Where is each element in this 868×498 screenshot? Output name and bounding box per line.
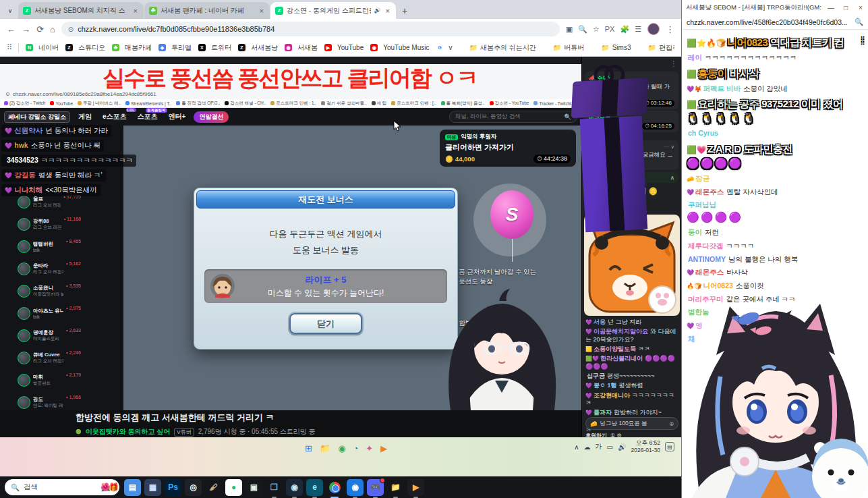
chatter-name[interactable]: 레이 — [688, 53, 702, 61]
tab-search-chevron-icon[interactable]: ∨ — [3, 3, 18, 19]
pinned-more-icon[interactable]: ··· — [664, 144, 669, 150]
chatter-name[interactable]: ANTINOMY — [688, 255, 726, 263]
browser-tab[interactable]: ☘ 서새봄 팬카페 : 네이버 카페 × — [144, 2, 270, 19]
taskbar-app-icon[interactable]: e — [306, 479, 323, 496]
toolbar-icon[interactable]: ▣ — [566, 25, 573, 34]
taskbar-app-icon[interactable]: ◉ — [347, 479, 364, 496]
forward-icon[interactable]: → — [22, 24, 30, 34]
message-menu-icon[interactable]: ⋮ — [859, 35, 867, 45]
chatter-name[interactable]: 롤과자 — [594, 409, 612, 416]
apps-grid-icon[interactable]: ⠿ — [7, 43, 11, 52]
chat-menu-icon[interactable]: ⋮ — [670, 60, 677, 67]
toolbar-icon[interactable]: PX — [605, 25, 615, 33]
tray-icon[interactable]: ▭ — [607, 443, 613, 451]
tab-close-icon[interactable]: × — [132, 7, 139, 15]
close-icon[interactable]: × — [855, 4, 867, 11]
maximize-icon[interactable]: □ — [840, 4, 852, 11]
taskbar-mini-icon[interactable]: ▶ — [380, 443, 387, 453]
chatter-name[interactable]: 서웅 — [594, 319, 606, 325]
taskbar-search[interactable]: 🔍 검색 🌺🎁 — [5, 479, 119, 495]
bookmark-item[interactable]: 📁 버튜버 — [543, 43, 584, 53]
bookmark-item[interactable]: G v — [436, 44, 452, 51]
taskbar-app-icon[interactable]: Ps — [165, 479, 181, 496]
chatter-name[interactable]: 한라산불리네어 — [600, 355, 643, 362]
taskbar-app-icon[interactable]: 📁 — [387, 479, 404, 496]
chatter-name[interactable]: 흥둥이 — [697, 67, 727, 79]
taskbar-app-icon[interactable]: 🎮 — [367, 479, 384, 496]
taskbar-app-icon[interactable]: ● — [225, 479, 242, 496]
chatter-name[interactable]: ch Cyrus — [688, 129, 718, 137]
taskbar-app-icon[interactable]: ◉ — [286, 479, 303, 496]
minimize-icon[interactable]: — — [825, 4, 837, 11]
chatter-name[interactable]: 이곰문해치지말아요 — [594, 328, 648, 335]
taskbar-app-icon[interactable]: ▤ — [124, 479, 141, 496]
bookmark-item[interactable]: Z 스튜디오 — [65, 43, 105, 53]
bookmark-item[interactable]: N 네이버 — [26, 43, 59, 53]
chatter-name[interactable]: Z A R D — [707, 143, 741, 155]
toolbar-icon[interactable]: 🔍 — [578, 25, 587, 34]
toolbar-icon[interactable]: ☆ — [593, 25, 600, 34]
tab-close-icon[interactable]: × — [258, 7, 265, 15]
donate-button[interactable]: 후원하기 — [585, 432, 607, 437]
taskbar-mini-icon[interactable]: ◉ — [338, 443, 345, 453]
taskbar-app-icon[interactable]: ▦ — [144, 479, 161, 496]
bookmark-item[interactable]: ◉ 서새봄 — [285, 43, 318, 53]
taskbar-app-icon[interactable]: 🖌 — [205, 479, 222, 496]
tray-icon[interactable]: 🔊 — [618, 443, 626, 451]
chatter-name[interactable]: 잠금 — [695, 174, 710, 182]
bookmark-item[interactable]: X 트위터 — [198, 43, 231, 53]
chat-bottom-icons[interactable]: ① ⚙ — [610, 433, 622, 437]
emote-icon[interactable]: 🧀 — [590, 420, 598, 427]
taskbar-mini-icon[interactable]: ✦ — [366, 443, 373, 453]
browser-menu-icon[interactable]: ⋮ — [666, 24, 674, 34]
popup-url-bar[interactable]: chzzk.naver.com/live/458f6ec20b034f49e0f… — [682, 15, 868, 30]
taskbar-mini-icon[interactable]: ⊞ — [305, 443, 312, 453]
clock[interactable]: 오후 6:52 2026-01-30 — [631, 439, 660, 454]
home-icon[interactable]: ⌂ — [50, 24, 55, 34]
dialog-close-button[interactable]: 닫기 — [289, 313, 362, 334]
taskbar-mini-icon[interactable]: ◔ — [353, 443, 358, 453]
bookmark-item[interactable]: 📁 새봄추의 쉬는시간 — [459, 43, 536, 53]
taskbar-app-icon[interactable]: ◎ — [185, 479, 202, 496]
bookmark-item[interactable]: ◉ YouTube Music — [370, 44, 429, 51]
bookmark-item[interactable]: ▶ YouTube — [324, 44, 364, 51]
browser-tab[interactable]: Z 강소연 - 동의게임 스피드런중 니 🔊 × — [270, 2, 396, 19]
bookmark-item[interactable]: ☘ 매봉카페 — [112, 43, 152, 53]
site-settings-icon[interactable]: ⊙ — [68, 26, 74, 33]
toolbar-icon[interactable]: 🧩 — [620, 25, 629, 34]
bookmark-item[interactable]: Z 서새봄냥 — [238, 43, 278, 53]
url-bar[interactable]: ⊙ chzzk.naver.com/live/dc7fb0d085cfbbe90… — [61, 22, 560, 36]
zoom-icon[interactable]: 🔍 — [855, 18, 863, 26]
popup-titlebar[interactable]: 서새봄냥 SEBOM - [서새봄] TRPG동아리!!(GM:여까/... —… — [682, 0, 868, 15]
browser-tab[interactable]: Z 서새봄냥 SEBOM의 치지직 스튜디오 × — [18, 2, 144, 19]
chatter-name[interactable]: 요리하는 공주 — [697, 98, 759, 109]
chatter-name[interactable]: 쿠퍼님님 — [688, 200, 716, 209]
video-player[interactable]: ⊙ chzzk.naver.com/live/089185e6c29a8fbe1… — [0, 57, 581, 410]
tray-icon[interactable]: 가 — [596, 442, 602, 451]
tray-icon[interactable]: ☁ — [584, 443, 591, 451]
toolbar-icon[interactable]: ☰ — [635, 25, 641, 34]
chatter-name[interactable]: 니어0823 — [727, 36, 768, 48]
stream-category-link[interactable]: 이웃집텟카와 동의하고 싶어 — [86, 427, 171, 437]
banner-collapse-icon[interactable]: ∧ — [670, 174, 674, 181]
chatter-name[interactable]: 십구금 — [587, 372, 605, 379]
chat-send-icon[interactable]: ⊕ — [669, 420, 674, 427]
tab-close-icon[interactable]: × — [384, 7, 391, 15]
reload-icon[interactable]: ⟳ — [36, 24, 44, 34]
chatter-name[interactable]: 봉ㅇ 1행 — [594, 382, 617, 389]
notification-center-icon[interactable]: ▤ — [665, 442, 674, 451]
chatter-name[interactable]: 둥이 — [688, 228, 702, 236]
pinned-collapse-icon[interactable]: ∨ — [671, 144, 675, 150]
taskbar-mini-icon[interactable]: 📁 — [320, 443, 330, 453]
back-icon[interactable]: ← — [7, 24, 16, 34]
bookmark-item[interactable]: 📁 Sims3 — [591, 44, 631, 51]
chatter-name[interactable]: 래몬주스 — [695, 188, 724, 196]
chatter-name[interactable]: 소풍이양밀도둑 — [594, 345, 636, 352]
chatter-name[interactable]: 제루다갓겜 — [688, 242, 724, 250]
taskbar-app-icon[interactable]: ❐ — [266, 479, 283, 496]
chatter-name[interactable]: 래몬주스 — [695, 268, 724, 276]
taskbar-app-icon[interactable] — [326, 479, 343, 496]
profile-avatar[interactable] — [647, 23, 660, 35]
taskbar-app-icon[interactable]: ▶ — [407, 479, 424, 496]
chatter-name[interactable]: 조강현매니아 — [594, 392, 630, 399]
